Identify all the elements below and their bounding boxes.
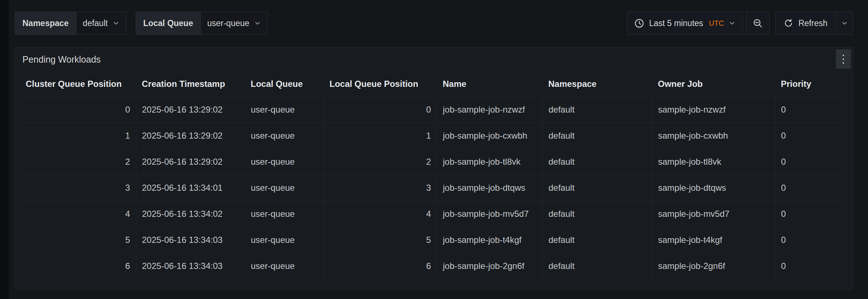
cell-namespace: default xyxy=(542,123,652,149)
cell-cluster-queue-position: 5 xyxy=(20,227,136,253)
left-edge-strip xyxy=(0,0,9,299)
cell-namespace: default xyxy=(542,201,652,227)
variable-local-queue-label: Local Queue xyxy=(136,12,200,34)
cell-name: job-sample-job-2gn6f xyxy=(437,253,542,279)
refresh-icon xyxy=(784,18,793,28)
table-row: 02025-06-16 13:29:02user-queue0job-sampl… xyxy=(20,97,845,123)
refresh-label: Refresh xyxy=(798,18,827,28)
cell-name: job-sample-job-dtqws xyxy=(437,175,542,201)
refresh-interval-dropdown[interactable] xyxy=(835,12,853,34)
cell-local-queue: user-queue xyxy=(245,123,324,149)
pending-workloads-table: Cluster Queue PositionCreation Timestamp… xyxy=(20,71,845,279)
dashboard-toolbar: Namespace default Local Queue user-queue… xyxy=(15,12,853,35)
column-header-local-queue[interactable]: Local Queue xyxy=(245,71,324,97)
variable-local-queue-select[interactable]: user-queue xyxy=(200,12,267,34)
cell-local-queue-position: 1 xyxy=(324,123,437,149)
variable-namespace-value: default xyxy=(83,18,108,28)
cell-priority: 0 xyxy=(775,201,845,227)
cell-priority: 0 xyxy=(775,175,845,201)
toolbar-spacer xyxy=(277,12,626,35)
cell-name: job-sample-job-cxwbh xyxy=(437,123,542,149)
variable-namespace: Namespace default xyxy=(15,12,126,35)
table-row: 22025-06-16 13:29:02user-queue2job-sampl… xyxy=(20,149,845,175)
cell-priority: 0 xyxy=(775,149,845,175)
column-header-name[interactable]: Name xyxy=(437,71,542,97)
cell-cluster-queue-position: 6 xyxy=(20,253,136,279)
panel-header: Pending Workloads ⋮ xyxy=(15,47,853,71)
refresh-button-group: Refresh xyxy=(775,12,853,35)
cell-owner-job: sample-job-mv5d7 xyxy=(652,201,775,227)
cell-name: job-sample-job-mv5d7 xyxy=(437,201,542,227)
timezone-badge: UTC xyxy=(709,19,724,28)
cell-name: job-sample-job-tl8vk xyxy=(437,149,542,175)
column-header-priority[interactable]: Priority xyxy=(775,71,845,97)
panel-menu-button[interactable]: ⋮ xyxy=(836,49,851,69)
magnifier-minus-icon xyxy=(753,18,763,28)
cell-creation-timestamp: 2025-06-16 13:29:02 xyxy=(136,97,245,123)
clock-icon xyxy=(634,18,644,28)
cell-owner-job: sample-job-nzwzf xyxy=(652,97,775,123)
table-row: 42025-06-16 13:34:02user-queue4job-sampl… xyxy=(20,201,845,227)
cell-cluster-queue-position: 0 xyxy=(20,97,136,123)
cell-priority: 0 xyxy=(775,227,845,253)
cell-namespace: default xyxy=(542,227,652,253)
variable-local-queue-value: user-queue xyxy=(207,18,249,28)
cell-name: job-sample-job-nzwzf xyxy=(437,97,542,123)
cell-local-queue-position: 5 xyxy=(324,227,437,253)
cell-creation-timestamp: 2025-06-16 13:34:03 xyxy=(136,253,245,279)
cell-cluster-queue-position: 4 xyxy=(20,201,136,227)
cell-local-queue: user-queue xyxy=(245,175,324,201)
table-row: 32025-06-16 13:34:01user-queue3job-sampl… xyxy=(20,175,845,201)
cell-owner-job: sample-job-2gn6f xyxy=(652,253,775,279)
cell-namespace: default xyxy=(542,149,652,175)
variable-local-queue: Local Queue user-queue xyxy=(136,12,268,35)
cell-cluster-queue-position: 2 xyxy=(20,149,136,175)
cell-cluster-queue-position: 1 xyxy=(20,123,136,149)
cell-creation-timestamp: 2025-06-16 13:34:01 xyxy=(136,175,245,201)
cell-namespace: default xyxy=(542,175,652,201)
cell-namespace: default xyxy=(542,97,652,123)
cell-local-queue: user-queue xyxy=(245,201,324,227)
cell-local-queue-position: 6 xyxy=(324,253,437,279)
cell-local-queue: user-queue xyxy=(245,97,324,123)
column-header-cluster-queue-position[interactable]: Cluster Queue Position xyxy=(20,71,136,97)
cell-priority: 0 xyxy=(775,123,845,149)
column-header-creation-timestamp[interactable]: Creation Timestamp xyxy=(136,71,245,97)
cell-creation-timestamp: 2025-06-16 13:29:02 xyxy=(136,123,245,149)
cell-cluster-queue-position: 3 xyxy=(20,175,136,201)
cell-creation-timestamp: 2025-06-16 13:29:02 xyxy=(136,149,245,175)
time-range-label: Last 5 minutes xyxy=(649,18,703,28)
variable-namespace-label: Namespace xyxy=(15,12,76,34)
cell-name: job-sample-job-t4kgf xyxy=(437,227,542,253)
column-header-namespace[interactable]: Namespace xyxy=(542,71,652,97)
chevron-down-icon xyxy=(729,20,735,26)
table-header-row: Cluster Queue PositionCreation Timestamp… xyxy=(20,71,845,97)
cell-namespace: default xyxy=(542,253,652,279)
time-range-picker[interactable]: Last 5 minutes UTC xyxy=(627,12,743,35)
table-row: 52025-06-16 13:34:03user-queue5job-sampl… xyxy=(20,227,845,253)
cell-owner-job: sample-job-t4kgf xyxy=(652,227,775,253)
cell-local-queue-position: 3 xyxy=(324,175,437,201)
cell-priority: 0 xyxy=(775,97,845,123)
column-header-local-queue-position[interactable]: Local Queue Position xyxy=(324,71,437,97)
table-row: 12025-06-16 13:29:02user-queue1job-sampl… xyxy=(20,123,845,149)
zoom-out-button[interactable] xyxy=(746,12,770,35)
chevron-down-icon xyxy=(841,20,848,26)
cell-creation-timestamp: 2025-06-16 13:34:02 xyxy=(136,201,245,227)
kebab-icon: ⋮ xyxy=(838,54,849,64)
refresh-button[interactable]: Refresh xyxy=(776,12,835,34)
cell-local-queue: user-queue xyxy=(245,253,324,279)
cell-local-queue-position: 4 xyxy=(324,201,437,227)
chevron-down-icon xyxy=(254,20,261,26)
pending-workloads-panel: Pending Workloads ⋮ Cluster Queue Positi… xyxy=(15,47,853,290)
variable-namespace-select[interactable]: default xyxy=(76,12,126,34)
column-header-owner-job[interactable]: Owner Job xyxy=(652,71,775,97)
table-row: 62025-06-16 13:34:03user-queue6job-sampl… xyxy=(20,253,845,279)
table-wrapper: Cluster Queue PositionCreation Timestamp… xyxy=(15,71,853,279)
cell-creation-timestamp: 2025-06-16 13:34:03 xyxy=(136,227,245,253)
cell-priority: 0 xyxy=(775,253,845,279)
cell-local-queue-position: 2 xyxy=(324,149,437,175)
chevron-down-icon xyxy=(113,20,119,26)
cell-owner-job: sample-job-tl8vk xyxy=(652,149,775,175)
table-body: 02025-06-16 13:29:02user-queue0job-sampl… xyxy=(20,97,845,279)
